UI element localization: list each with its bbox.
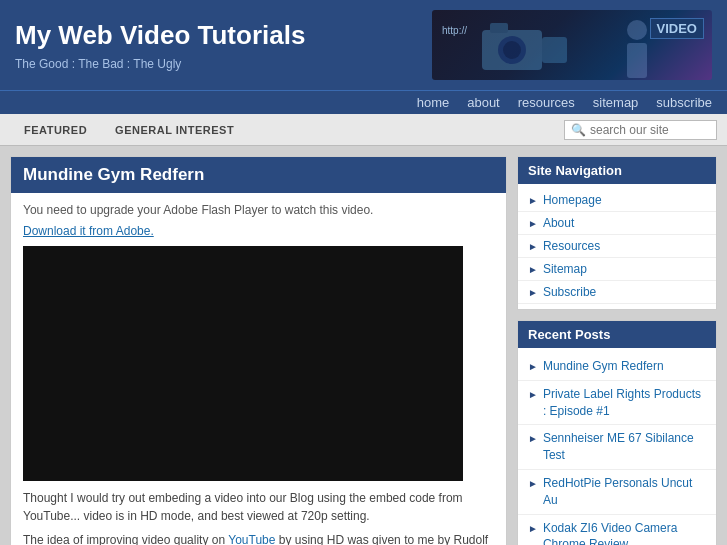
svg-point-3 xyxy=(503,41,521,59)
banner-camera-icon xyxy=(462,15,582,75)
post-title-bar: Mundine Gym Redfern xyxy=(11,157,506,193)
arrow-icon: ► xyxy=(528,360,538,374)
arrow-icon: ► xyxy=(528,287,538,298)
recent-post-0[interactable]: ► Mundine Gym Redfern xyxy=(518,353,716,381)
post-title: Mundine Gym Redfern xyxy=(23,165,494,185)
arrow-icon: ► xyxy=(528,264,538,275)
sidebar-nav-label: About xyxy=(543,216,574,230)
sidebar-nav-sitemap[interactable]: ► Sitemap xyxy=(518,258,716,281)
sub-nav-links: FEATURED GENERAL INTEREST xyxy=(10,118,564,142)
post-idea-text: The idea of improving video quality on xyxy=(23,533,228,545)
recent-post-label: Private Label Rights Products : Episode … xyxy=(543,386,706,420)
sidebar: Site Navigation ► Homepage ► About ► Res… xyxy=(517,156,717,545)
svg-rect-4 xyxy=(490,23,508,33)
sidebar-nav-list: ► Homepage ► About ► Resources ► Sitemap… xyxy=(518,184,716,309)
main-wrap: Mundine Gym Redfern You need to upgrade … xyxy=(0,146,727,545)
recent-post-label: RedHotPie Personals Uncut Au xyxy=(543,475,706,509)
arrow-icon: ► xyxy=(528,477,538,491)
post-idea: The idea of improving video quality on Y… xyxy=(23,531,494,545)
site-tagline: The Good : The Bad : The Ugly xyxy=(15,57,432,71)
nav-bar: home about resources sitemap subscribe xyxy=(0,90,727,114)
banner-video-label: VIDEO xyxy=(650,18,704,39)
youtube-link[interactable]: YouTube xyxy=(228,533,275,545)
header-banner: http:// VIDEO xyxy=(432,10,712,80)
sidebar-recent-list: ► Mundine Gym Redfern ► Private Label Ri… xyxy=(518,348,716,545)
recent-post-label: Kodak ZI6 Video Camera Chrome Review xyxy=(543,520,706,545)
post-idea-cont: by using HD was given to me by Rudolf xyxy=(275,533,488,545)
arrow-icon: ► xyxy=(528,241,538,252)
subnav-featured[interactable]: FEATURED xyxy=(10,118,101,142)
sidebar-nav-homepage[interactable]: ► Homepage xyxy=(518,189,716,212)
flash-notice: You need to upgrade your Adobe Flash Pla… xyxy=(23,203,494,217)
nav-subscribe[interactable]: subscribe xyxy=(656,95,712,110)
subnav-general-interest[interactable]: GENERAL INTEREST xyxy=(101,118,248,142)
sidebar-nav-label: Subscribe xyxy=(543,285,596,299)
search-input[interactable] xyxy=(590,123,710,137)
arrow-icon: ► xyxy=(528,195,538,206)
sidebar-recent-section: Recent Posts ► Mundine Gym Redfern ► Pri… xyxy=(517,320,717,545)
sidebar-nav-title: Site Navigation xyxy=(518,157,716,184)
flash-download-link[interactable]: Download it from Adobe. xyxy=(23,224,154,238)
arrow-icon: ► xyxy=(528,522,538,536)
nav-resources[interactable]: resources xyxy=(518,95,575,110)
svg-rect-1 xyxy=(542,37,567,63)
nav-sitemap[interactable]: sitemap xyxy=(593,95,639,110)
post-body: You need to upgrade your Adobe Flash Pla… xyxy=(11,193,506,545)
recent-post-4[interactable]: ► Kodak ZI6 Video Camera Chrome Review xyxy=(518,515,716,545)
recent-post-label: Sennheiser ME 67 Sibilance Test xyxy=(543,430,706,464)
sidebar-nav-label: Sitemap xyxy=(543,262,587,276)
sidebar-nav-subscribe[interactable]: ► Subscribe xyxy=(518,281,716,304)
sidebar-nav-section: Site Navigation ► Homepage ► About ► Res… xyxy=(517,156,717,310)
recent-post-2[interactable]: ► Sennheiser ME 67 Sibilance Test xyxy=(518,425,716,470)
arrow-icon: ► xyxy=(528,218,538,229)
recent-post-1[interactable]: ► Private Label Rights Products : Episod… xyxy=(518,381,716,426)
nav-home[interactable]: home xyxy=(417,95,450,110)
arrow-icon: ► xyxy=(528,388,538,402)
sidebar-nav-label: Resources xyxy=(543,239,600,253)
header: My Web Video Tutorials The Good : The Ba… xyxy=(0,0,727,90)
search-box-wrap: 🔍 xyxy=(564,120,717,140)
search-icon: 🔍 xyxy=(571,123,586,137)
sidebar-nav-about[interactable]: ► About xyxy=(518,212,716,235)
sub-nav: FEATURED GENERAL INTEREST 🔍 xyxy=(0,114,727,146)
video-player xyxy=(23,246,463,481)
recent-post-label: Mundine Gym Redfern xyxy=(543,358,664,375)
sidebar-recent-title: Recent Posts xyxy=(518,321,716,348)
nav-about[interactable]: about xyxy=(467,95,500,110)
svg-rect-6 xyxy=(627,43,647,78)
post-description: Thought I would try out embeding a video… xyxy=(23,489,494,525)
sidebar-nav-label: Homepage xyxy=(543,193,602,207)
sidebar-nav-resources[interactable]: ► Resources xyxy=(518,235,716,258)
recent-post-3[interactable]: ► RedHotPie Personals Uncut Au xyxy=(518,470,716,515)
header-left: My Web Video Tutorials The Good : The Ba… xyxy=(15,20,432,71)
site-title: My Web Video Tutorials xyxy=(15,20,432,51)
svg-point-5 xyxy=(627,20,647,40)
content-area: Mundine Gym Redfern You need to upgrade … xyxy=(10,156,507,545)
arrow-icon: ► xyxy=(528,432,538,446)
